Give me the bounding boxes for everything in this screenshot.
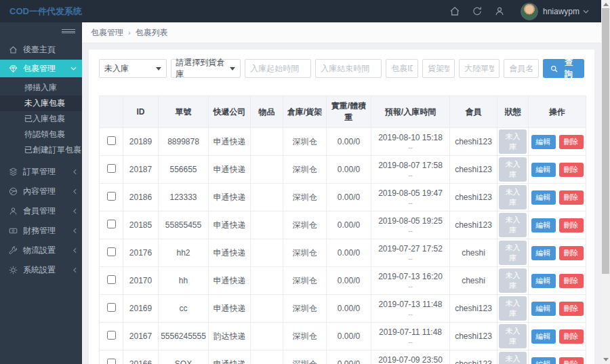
edit-button[interactable]: 編輯 — [531, 357, 556, 364]
sidebar-item-unclaimed[interactable]: 待認領包裹 — [0, 127, 82, 142]
col-header-member: 會員 — [450, 96, 497, 128]
edit-button[interactable]: 編輯 — [531, 274, 556, 288]
forecast-time: 2019-07-13 11:48 — [373, 300, 448, 309]
delete-button[interactable]: 刪除 — [559, 274, 584, 288]
row-checkbox[interactable] — [107, 136, 116, 145]
start-time-input[interactable] — [245, 59, 311, 78]
row-checkbox[interactable] — [107, 331, 116, 340]
edit-button[interactable]: 編輯 — [531, 163, 556, 177]
row-checkbox[interactable] — [107, 275, 116, 284]
member-input[interactable] — [504, 59, 539, 78]
delete-button[interactable]: 刪除 — [559, 329, 584, 344]
delete-button[interactable]: 刪除 — [559, 190, 584, 205]
sidebar-item-orders[interactable]: 訂單管理 — [0, 162, 82, 182]
sidebar-item-not-inbound[interactable]: 未入庫包裹 — [0, 96, 82, 111]
sidebar-item-content[interactable]: 內容管理 — [0, 182, 82, 201]
delete-button[interactable]: 刪除 — [559, 302, 584, 316]
search-button[interactable]: 查詢 — [543, 59, 584, 78]
home-icon[interactable] — [444, 6, 466, 16]
breadcrumb-page: 包裹列表 — [136, 27, 168, 39]
delete-button[interactable]: 刪除 — [559, 218, 584, 232]
package-id-input[interactable] — [386, 59, 418, 78]
user-menu[interactable]: hniawypm — [543, 7, 589, 16]
cell-id: 20169 — [123, 295, 159, 323]
sidebar-item-dashboard[interactable]: 後臺主頁 — [0, 40, 82, 60]
cell-tracking: hh2 — [159, 239, 209, 267]
row-checkbox[interactable] — [107, 220, 116, 228]
sidebar-toggle-icon[interactable] — [0, 22, 82, 40]
row-checkbox[interactable] — [107, 192, 116, 201]
cell-warehouse: 深圳仓 — [283, 184, 327, 211]
row-checkbox[interactable] — [107, 359, 116, 364]
table-row: 20170hh申通快递深圳仓0.00/02019-07-13 16:20--ch… — [100, 267, 586, 295]
table-row: 20169cc申通快递深圳仓0.00/02019-07-13 11:48--ch… — [100, 295, 586, 323]
cell-member: cheshi123 — [450, 211, 497, 239]
edit-button[interactable]: 編輯 — [531, 190, 556, 205]
avatar[interactable] — [521, 3, 538, 20]
scroll-down-icon[interactable] — [603, 358, 609, 361]
chevron-left-icon — [73, 208, 77, 214]
row-checkbox[interactable] — [107, 247, 116, 256]
col-header-status: 狀態 — [497, 96, 529, 128]
sidebar-item-members[interactable]: 會員管理 — [0, 201, 82, 221]
cell-courier: 申通快递 — [209, 295, 251, 323]
cell-tracking: 123333 — [159, 184, 209, 211]
end-time-input[interactable] — [315, 59, 382, 78]
col-header-weight: 實重/體積重 — [327, 96, 371, 128]
sidebar-item-logistics[interactable]: 物流設置 — [0, 241, 82, 260]
edit-button[interactable]: 編輯 — [531, 135, 556, 149]
edit-button[interactable]: 編輯 — [531, 218, 556, 232]
cell-id: 20167 — [123, 323, 159, 350]
scrollbar-thumb[interactable] — [602, 8, 609, 274]
refresh-icon[interactable] — [466, 6, 489, 16]
table-row: 20186123333申通快递深圳仓0.00/02019-08-05 19:47… — [100, 184, 586, 211]
inbound-time: -- — [373, 227, 448, 235]
sidebar-item-inbound[interactable]: 已入庫包裹 — [0, 111, 82, 127]
row-checkbox[interactable] — [107, 164, 116, 173]
col-header-time: 預報/入庫時間 — [371, 96, 450, 128]
cell-item — [251, 350, 283, 364]
forecast-time: 2019-08-10 15:18 — [373, 133, 448, 142]
breadcrumb-section[interactable]: 包裹管理 — [91, 27, 123, 39]
delete-button[interactable]: 刪除 — [559, 163, 584, 177]
sidebar-item-finance[interactable]: 財務管理 — [0, 221, 82, 241]
edit-button[interactable]: 編輯 — [531, 246, 556, 260]
sidebar-item-label: 後臺主頁 — [23, 44, 77, 56]
table-row: 201675556245555韵达快递深圳仓0.00/02019-07-11 1… — [100, 323, 586, 350]
inbound-time: -- — [373, 171, 448, 179]
edit-button[interactable]: 編輯 — [531, 302, 556, 316]
edit-button[interactable]: 編輯 — [531, 329, 556, 344]
status-badge: 未入庫 — [499, 241, 527, 265]
sidebar-item-label: 物流設置 — [23, 245, 68, 256]
status-select[interactable]: 未入庫 — [99, 59, 167, 78]
breadcrumb: 包裹管理 › 包裹列表 — [82, 22, 601, 43]
scroll-up-icon[interactable] — [603, 3, 609, 6]
row-checkbox-cell — [100, 184, 123, 211]
cell-id: 20185 — [123, 211, 159, 239]
cell-warehouse: 深圳仓 — [283, 295, 327, 323]
sidebar-item-label: 系統設置 — [23, 264, 68, 276]
sidebar-item-order-created[interactable]: 已創建訂單包裹 — [0, 142, 82, 158]
wrench-icon — [9, 246, 18, 255]
sidebar-item-scan-inbound[interactable]: 掃描入庫 — [0, 80, 82, 96]
warehouse-select[interactable]: 請選擇到貨倉庫 — [171, 59, 241, 78]
mainland-no-input[interactable] — [459, 59, 500, 78]
vertical-scrollbar[interactable] — [601, 0, 610, 364]
row-checkbox[interactable] — [107, 303, 116, 312]
cell-member: cheshi123 — [450, 156, 497, 184]
cell-status: 未入庫 — [497, 156, 529, 184]
shelf-input[interactable] — [422, 59, 455, 78]
cell-tracking: 5556245555 — [159, 323, 209, 350]
sidebar-item-settings[interactable]: 系統設置 — [0, 260, 82, 280]
inbound-time: -- — [373, 199, 448, 207]
cell-time: 2019-07-09 23:50-- — [371, 350, 450, 364]
user-icon[interactable] — [489, 6, 511, 16]
cell-item — [251, 211, 283, 239]
sidebar-item-packages[interactable]: 包裹管理 — [0, 60, 82, 77]
delete-button[interactable]: 刪除 — [559, 357, 584, 364]
delete-button[interactable]: 刪除 — [559, 135, 584, 149]
col-header-warehouse: 倉庫/貨架 — [283, 96, 327, 128]
cell-actions: 編輯刪除 — [529, 323, 586, 350]
delete-button[interactable]: 刪除 — [559, 246, 584, 260]
cell-weight: 0.00/0 — [327, 184, 371, 211]
